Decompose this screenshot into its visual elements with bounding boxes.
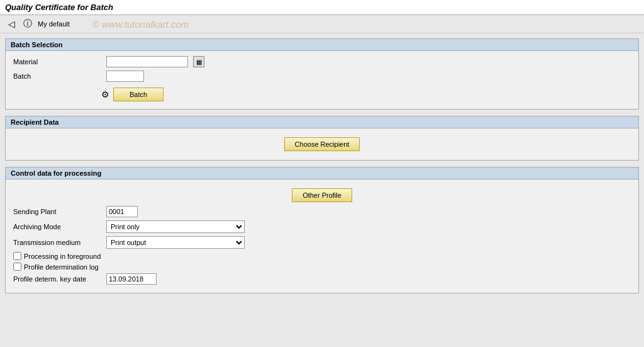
batch-icon: ⚙ [101, 89, 109, 100]
processing-fg-checkbox[interactable] [13, 252, 21, 260]
control-data-header: Control data for processing [6, 168, 638, 179]
archiving-mode-label: Archiving Mode [13, 223, 101, 230]
batch-input[interactable] [106, 71, 144, 82]
recipient-data-header: Recipient Data [6, 117, 638, 128]
page-title: Quality Certificate for Batch [5, 3, 113, 12]
batch-selection-section: Batch Selection Material ▦ Batch ⚙ Batch [5, 38, 639, 110]
watermark: © www.tutorialkart.com [92, 19, 189, 30]
profile-log-label: Profile determination log [24, 263, 99, 271]
toolbar: ◁ ⓘ My default © www.tutorialkart.com [0, 15, 644, 33]
transmission-medium-select[interactable]: Print output Email Fax [106, 236, 245, 249]
profile-key-date-label: Profile determ. key date [13, 275, 101, 283]
title-bar: Quality Certificate for Batch [0, 0, 644, 15]
other-profile-button[interactable]: Other Profile [292, 188, 352, 202]
batch-label: Batch [13, 72, 101, 80]
processing-fg-label: Processing in foreground [24, 253, 101, 260]
back-icon[interactable]: ◁ [5, 18, 18, 30]
batch-selection-header: Batch Selection [6, 39, 638, 51]
profile-key-date-input[interactable] [106, 273, 157, 285]
sending-plant-input[interactable] [106, 206, 138, 217]
recipient-data-section: Recipient Data Choose Recipient [5, 116, 639, 161]
archiving-mode-select[interactable]: Print only Archive only Print and Archiv… [106, 220, 245, 233]
material-label: Material [13, 58, 101, 65]
material-browse-button[interactable]: ▦ [193, 56, 204, 67]
profile-log-checkbox[interactable] [13, 263, 21, 271]
default-label: My default [38, 20, 70, 28]
control-data-section: Control data for processing Other Profil… [5, 167, 639, 293]
transmission-medium-label: Transmission medium [13, 239, 101, 246]
sending-plant-label: Sending Plant [13, 208, 101, 215]
choose-recipient-button[interactable]: Choose Recipient [284, 137, 360, 151]
material-input[interactable] [106, 56, 188, 67]
info-icon[interactable]: ⓘ [21, 18, 34, 30]
batch-button[interactable]: Batch [113, 88, 164, 101]
